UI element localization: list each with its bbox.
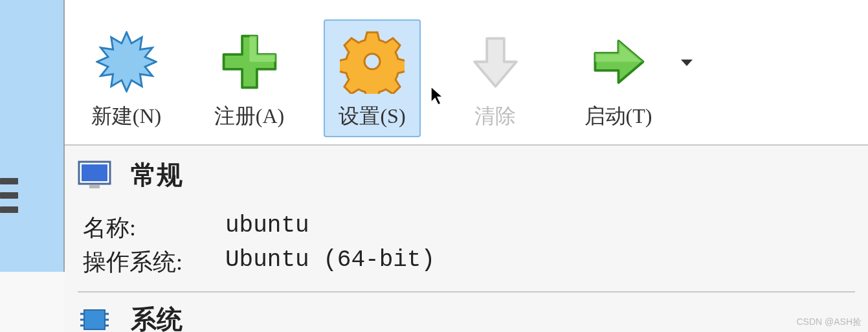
arrow-right-icon: [586, 26, 651, 97]
sidebar: [0, 0, 65, 272]
general-section-header[interactable]: 常规: [78, 157, 855, 193]
general-title: 常规: [131, 157, 183, 193]
watermark: CSDN @ASH捡: [796, 316, 862, 328]
details-panel: 常规 名称: ubuntu 操作系统: Ubuntu (64-bit) 系统: [65, 146, 868, 332]
add-button[interactable]: 注册(A): [201, 19, 298, 137]
chip-icon: [78, 305, 111, 333]
os-value: Ubuntu (64-bit): [225, 247, 435, 278]
os-label: 操作系统:: [83, 247, 225, 278]
add-label: 注册(A): [214, 102, 284, 131]
svg-marker-2: [681, 60, 693, 66]
new-label: 新建(N): [91, 102, 161, 131]
system-title: 系统: [131, 302, 183, 332]
settings-button[interactable]: 设置(S): [324, 19, 421, 137]
name-label: 名称:: [83, 212, 225, 244]
plus-icon: [217, 26, 282, 97]
discard-button: 清除: [447, 19, 544, 137]
svg-point-1: [364, 54, 380, 69]
start-button[interactable]: 启动(T): [570, 19, 667, 137]
gear-icon: [340, 26, 405, 97]
start-label: 启动(T): [584, 102, 652, 131]
monitor-icon: [78, 160, 111, 190]
chevron-down-icon: [680, 58, 694, 67]
svg-rect-6: [84, 310, 105, 329]
start-dropdown[interactable]: [680, 19, 694, 67]
discard-label: 清除: [474, 102, 516, 131]
name-row: 名称: ubuntu: [83, 212, 855, 244]
settings-label: 设置(S): [339, 102, 405, 131]
svg-rect-4: [82, 164, 107, 181]
os-row: 操作系统: Ubuntu (64-bit): [83, 247, 855, 278]
divider: [78, 291, 855, 293]
name-value: ubuntu: [225, 212, 309, 244]
svg-marker-0: [96, 32, 155, 91]
menu-icon[interactable]: [0, 178, 19, 217]
toolbar: 新建(N) 注册(A) 设置(S) 清除: [65, 0, 868, 146]
arrow-down-icon: [463, 26, 528, 97]
system-section-header[interactable]: 系统: [78, 302, 855, 332]
svg-rect-5: [89, 185, 100, 188]
new-button[interactable]: 新建(N): [78, 19, 175, 137]
starburst-icon: [94, 26, 159, 97]
